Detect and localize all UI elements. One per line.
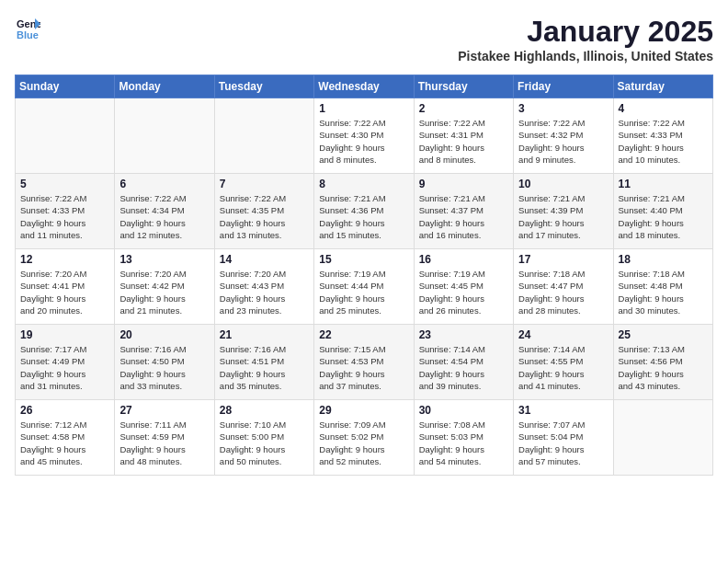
weekday-header-saturday: Saturday (613, 75, 712, 98)
calendar-cell: 5Sunrise: 7:22 AM Sunset: 4:33 PM Daylig… (16, 174, 115, 249)
calendar-cell: 2Sunrise: 7:22 AM Sunset: 4:31 PM Daylig… (414, 98, 513, 174)
day-info: Sunrise: 7:22 AM Sunset: 4:34 PM Dayligh… (119, 192, 209, 241)
calendar-cell: 8Sunrise: 7:21 AM Sunset: 4:36 PM Daylig… (314, 174, 414, 249)
weekday-header-monday: Monday (115, 75, 214, 98)
day-number: 4 (619, 102, 708, 115)
calendar-cell (613, 400, 712, 476)
calendar-cell: 12Sunrise: 7:20 AM Sunset: 4:41 PM Dayli… (16, 249, 115, 325)
calendar-cell: 21Sunrise: 7:16 AM Sunset: 4:51 PM Dayli… (214, 325, 313, 400)
day-number: 9 (419, 178, 508, 190)
day-info: Sunrise: 7:22 AM Sunset: 4:33 PM Dayligh… (20, 192, 109, 241)
day-info: Sunrise: 7:22 AM Sunset: 4:32 PM Dayligh… (518, 117, 608, 166)
day-info: Sunrise: 7:16 AM Sunset: 4:51 PM Dayligh… (220, 343, 309, 392)
day-number: 28 (220, 404, 309, 417)
title-block: January 2025 Pistakee Highlands, Illinoi… (458, 15, 713, 63)
day-info: Sunrise: 7:09 AM Sunset: 5:02 PM Dayligh… (319, 419, 408, 467)
calendar-cell: 28Sunrise: 7:10 AM Sunset: 5:00 PM Dayli… (214, 400, 313, 476)
day-number: 6 (119, 178, 209, 190)
day-info: Sunrise: 7:14 AM Sunset: 4:55 PM Dayligh… (518, 343, 608, 392)
calendar-cell: 23Sunrise: 7:14 AM Sunset: 4:54 PM Dayli… (414, 325, 513, 400)
day-info: Sunrise: 7:10 AM Sunset: 5:00 PM Dayligh… (220, 419, 309, 467)
svg-text:Blue: Blue (17, 29, 39, 40)
logo: General Blue (15, 15, 40, 40)
day-info: Sunrise: 7:11 AM Sunset: 4:59 PM Dayligh… (119, 419, 209, 467)
day-info: Sunrise: 7:21 AM Sunset: 4:36 PM Dayligh… (319, 192, 408, 241)
calendar-cell: 22Sunrise: 7:15 AM Sunset: 4:53 PM Dayli… (314, 325, 414, 400)
weekday-header-friday: Friday (514, 75, 613, 98)
day-info: Sunrise: 7:21 AM Sunset: 4:39 PM Dayligh… (518, 192, 608, 241)
page-header: General Blue January 2025 Pistakee Highl… (15, 15, 713, 63)
calendar-cell: 26Sunrise: 7:12 AM Sunset: 4:58 PM Dayli… (16, 400, 115, 476)
day-info: Sunrise: 7:22 AM Sunset: 4:33 PM Dayligh… (619, 117, 708, 166)
day-info: Sunrise: 7:22 AM Sunset: 4:31 PM Dayligh… (419, 117, 508, 166)
calendar-cell: 14Sunrise: 7:20 AM Sunset: 4:43 PM Dayli… (214, 249, 313, 325)
day-number: 14 (220, 253, 309, 266)
day-number: 24 (518, 328, 608, 341)
calendar-cell: 4Sunrise: 7:22 AM Sunset: 4:33 PM Daylig… (613, 98, 712, 174)
calendar-cell (115, 98, 214, 174)
calendar-cell: 19Sunrise: 7:17 AM Sunset: 4:49 PM Dayli… (16, 325, 115, 400)
calendar-cell: 16Sunrise: 7:19 AM Sunset: 4:45 PM Dayli… (414, 249, 513, 325)
day-info: Sunrise: 7:14 AM Sunset: 4:54 PM Dayligh… (419, 343, 508, 392)
day-number: 5 (20, 178, 109, 190)
day-number: 29 (319, 404, 408, 417)
day-info: Sunrise: 7:18 AM Sunset: 4:47 PM Dayligh… (518, 268, 608, 316)
day-number: 25 (619, 328, 708, 341)
day-number: 22 (319, 328, 408, 341)
day-info: Sunrise: 7:18 AM Sunset: 4:48 PM Dayligh… (619, 268, 708, 316)
day-info: Sunrise: 7:20 AM Sunset: 4:42 PM Dayligh… (119, 268, 209, 316)
day-number: 1 (319, 102, 408, 115)
day-number: 13 (119, 253, 209, 266)
day-number: 3 (518, 102, 608, 115)
calendar-cell: 25Sunrise: 7:13 AM Sunset: 4:56 PM Dayli… (613, 325, 712, 400)
day-number: 26 (20, 404, 109, 417)
day-info: Sunrise: 7:20 AM Sunset: 4:43 PM Dayligh… (220, 268, 309, 316)
day-info: Sunrise: 7:21 AM Sunset: 4:40 PM Dayligh… (619, 192, 708, 241)
day-info: Sunrise: 7:13 AM Sunset: 4:56 PM Dayligh… (619, 343, 708, 392)
calendar-cell: 24Sunrise: 7:14 AM Sunset: 4:55 PM Dayli… (514, 325, 613, 400)
week-row-1: 1Sunrise: 7:22 AM Sunset: 4:30 PM Daylig… (16, 98, 713, 174)
calendar-cell: 1Sunrise: 7:22 AM Sunset: 4:30 PM Daylig… (314, 98, 414, 174)
day-number: 11 (619, 178, 708, 190)
weekday-header-tuesday: Tuesday (214, 75, 313, 98)
calendar-cell: 17Sunrise: 7:18 AM Sunset: 4:47 PM Dayli… (514, 249, 613, 325)
calendar-cell: 3Sunrise: 7:22 AM Sunset: 4:32 PM Daylig… (514, 98, 613, 174)
calendar-cell (214, 98, 313, 174)
week-row-4: 19Sunrise: 7:17 AM Sunset: 4:49 PM Dayli… (16, 325, 713, 400)
calendar-cell: 11Sunrise: 7:21 AM Sunset: 4:40 PM Dayli… (613, 174, 712, 249)
calendar-cell: 20Sunrise: 7:16 AM Sunset: 4:50 PM Dayli… (115, 325, 214, 400)
day-number: 27 (119, 404, 209, 417)
day-number: 19 (20, 328, 109, 341)
weekday-header-wednesday: Wednesday (314, 75, 414, 98)
calendar-cell: 18Sunrise: 7:18 AM Sunset: 4:48 PM Dayli… (613, 249, 712, 325)
day-number: 21 (220, 328, 309, 341)
calendar-cell: 13Sunrise: 7:20 AM Sunset: 4:42 PM Dayli… (115, 249, 214, 325)
calendar-cell: 15Sunrise: 7:19 AM Sunset: 4:44 PM Dayli… (314, 249, 414, 325)
calendar-cell: 29Sunrise: 7:09 AM Sunset: 5:02 PM Dayli… (314, 400, 414, 476)
day-number: 18 (619, 253, 708, 266)
day-number: 12 (20, 253, 109, 266)
day-info: Sunrise: 7:20 AM Sunset: 4:41 PM Dayligh… (20, 268, 109, 316)
month-title: January 2025 (458, 15, 713, 49)
weekday-header-thursday: Thursday (414, 75, 513, 98)
day-info: Sunrise: 7:19 AM Sunset: 4:45 PM Dayligh… (419, 268, 508, 316)
calendar-cell: 7Sunrise: 7:22 AM Sunset: 4:35 PM Daylig… (214, 174, 313, 249)
day-info: Sunrise: 7:16 AM Sunset: 4:50 PM Dayligh… (119, 343, 209, 392)
day-info: Sunrise: 7:12 AM Sunset: 4:58 PM Dayligh… (20, 419, 109, 467)
day-number: 10 (518, 178, 608, 190)
day-number: 15 (319, 253, 408, 266)
week-row-2: 5Sunrise: 7:22 AM Sunset: 4:33 PM Daylig… (16, 174, 713, 249)
week-row-3: 12Sunrise: 7:20 AM Sunset: 4:41 PM Dayli… (16, 249, 713, 325)
weekday-header-sunday: Sunday (16, 75, 115, 98)
calendar-cell: 10Sunrise: 7:21 AM Sunset: 4:39 PM Dayli… (514, 174, 613, 249)
logo-icon: General Blue (15, 15, 40, 40)
day-info: Sunrise: 7:22 AM Sunset: 4:35 PM Dayligh… (220, 192, 309, 241)
calendar-cell: 30Sunrise: 7:08 AM Sunset: 5:03 PM Dayli… (414, 400, 513, 476)
calendar-table: SundayMondayTuesdayWednesdayThursdayFrid… (15, 75, 713, 476)
day-info: Sunrise: 7:17 AM Sunset: 4:49 PM Dayligh… (20, 343, 109, 392)
day-number: 17 (518, 253, 608, 266)
day-number: 7 (220, 178, 309, 190)
calendar-cell: 27Sunrise: 7:11 AM Sunset: 4:59 PM Dayli… (115, 400, 214, 476)
day-number: 23 (419, 328, 508, 341)
location: Pistakee Highlands, Illinois, United Sta… (458, 49, 713, 63)
